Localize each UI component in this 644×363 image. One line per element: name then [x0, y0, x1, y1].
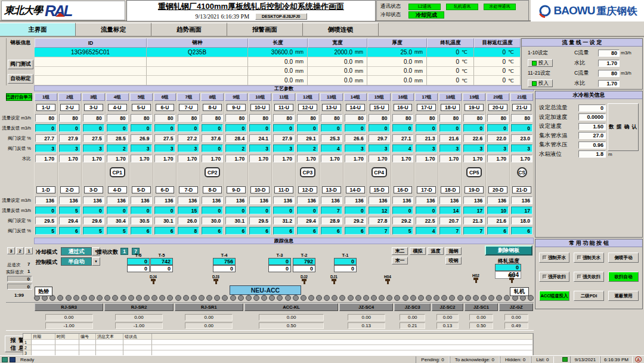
u-flow-setpoint-17[interactable]: 80 — [416, 114, 437, 122]
u-water-ratio-10[interactable]: 1.70 — [249, 155, 271, 162]
u-valve-setpoint-6[interactable]: 27.5 — [154, 134, 176, 142]
u-flow-setpoint-7[interactable]: 80 — [178, 114, 199, 122]
tab-5[interactable]: 侧喷连锁 — [303, 23, 379, 36]
d-valve-setpoint-11[interactable]: 31.2 — [273, 217, 295, 224]
function-button-1[interactable]: 强制开水 — [539, 253, 569, 263]
u-water-ratio-12[interactable]: 1.70 — [297, 155, 318, 162]
d-valve-setpoint-5[interactable]: 30.5 — [131, 217, 152, 224]
u-water-ratio-18[interactable]: 1.70 — [439, 155, 461, 162]
u-valve-setpoint-4[interactable]: 28.5 — [107, 134, 128, 142]
u-valve-setpoint-21[interactable]: 23.0 — [511, 134, 532, 142]
u-valve-setpoint-18[interactable]: 21.6 — [439, 134, 461, 142]
d-valve-setpoint-15[interactable]: 27.8 — [369, 217, 390, 224]
d-flow-setpoint-19[interactable]: 136 — [463, 196, 485, 204]
function-button-5[interactable]: 强关吹扫 — [574, 272, 604, 282]
u-water-ratio-1[interactable]: 1.70 — [35, 155, 57, 162]
u-valve-setpoint-8[interactable]: 37.6 — [202, 134, 223, 142]
d-valve-setpoint-6[interactable]: 30.1 — [154, 217, 176, 224]
u-flow-setpoint-18[interactable]: 80 — [439, 114, 461, 122]
water-field-value[interactable]: 27.0 — [578, 132, 606, 139]
d-valve-setpoint-12[interactable]: 29.4 — [297, 217, 318, 224]
tab-2[interactable]: 流量标定 — [76, 23, 151, 36]
d-valve-setpoint-21[interactable]: 18.0 — [511, 217, 532, 224]
c-flow-value-1[interactable]: 80 — [598, 50, 620, 57]
u-valve-setpoint-12[interactable]: 29.1 — [297, 134, 318, 142]
d-flow-setpoint-3[interactable]: 136 — [83, 196, 104, 204]
d-flow-setpoint-9[interactable]: 136 — [225, 196, 247, 204]
u-water-ratio-15[interactable]: 1.70 — [369, 155, 390, 162]
u-valve-setpoint-10[interactable]: 24.1 — [249, 134, 271, 142]
function-button-4[interactable]: 强开吹扫 — [539, 272, 569, 282]
u-water-ratio-19[interactable]: 1.70 — [463, 155, 485, 162]
u-flow-setpoint-19[interactable]: 80 — [463, 114, 485, 122]
track-button-4[interactable]: 抛钢 — [445, 247, 462, 255]
u-flow-setpoint-1[interactable]: 80 — [35, 114, 57, 122]
u-valve-setpoint-9[interactable]: 28.4 — [225, 134, 247, 142]
d-valve-setpoint-13[interactable]: 28.9 — [321, 217, 342, 224]
u-valve-setpoint-3[interactable]: 27.5 — [83, 134, 104, 142]
tab-3[interactable]: 趋势画面 — [151, 23, 227, 36]
engage-button-2[interactable]: 投入 — [528, 79, 553, 87]
u-valve-setpoint-19[interactable]: 22.6 — [463, 134, 485, 142]
d-valve-setpoint-3[interactable]: 29.6 — [83, 217, 104, 224]
engage-button-1[interactable]: 投入 — [528, 59, 553, 67]
function-button-6[interactable]: 吹扫自动 — [608, 272, 639, 282]
d-valve-setpoint-4[interactable]: 30.4 — [107, 217, 128, 224]
d-flow-setpoint-2[interactable]: 136 — [59, 196, 80, 204]
u-valve-setpoint-16[interactable]: 27.1 — [392, 134, 414, 142]
pass-button-3[interactable]: 3 — [7, 247, 15, 254]
d-flow-setpoint-1[interactable]: 136 — [35, 196, 57, 204]
d-flow-setpoint-18[interactable]: 136 — [439, 196, 461, 204]
d-flow-setpoint-4[interactable]: 136 — [107, 196, 128, 204]
d-flow-setpoint-14[interactable]: 136 — [345, 196, 366, 204]
u-water-ratio-5[interactable]: 1.70 — [131, 155, 152, 162]
water-ratio-value-2[interactable]: 1.70 — [598, 80, 620, 87]
water-field-value[interactable]: 1.50 — [578, 123, 606, 130]
d-valve-setpoint-2[interactable]: 29.4 — [59, 217, 80, 224]
water-field-value[interactable]: 1.8 — [578, 150, 606, 158]
water-field-value[interactable]: 0.96 — [578, 141, 606, 149]
u-flow-setpoint-15[interactable]: 80 — [369, 114, 390, 122]
u-valve-setpoint-14[interactable]: 26.6 — [345, 134, 366, 142]
u-valve-setpoint-13[interactable]: 25.3 — [321, 134, 342, 142]
delete-plate-button[interactable]: 删除钢板 — [485, 245, 532, 256]
u-flow-setpoint-13[interactable]: 80 — [321, 114, 342, 122]
hostname-button[interactable]: DESKTOP-EJ8JFJ0 — [255, 13, 306, 20]
u-water-ratio-9[interactable]: 1.70 — [225, 155, 247, 162]
d-flow-setpoint-15[interactable]: 136 — [369, 196, 390, 204]
u-flow-setpoint-20[interactable]: 80 — [487, 114, 509, 122]
track-button-3[interactable]: 温度 — [428, 247, 444, 255]
d-flow-setpoint-11[interactable]: 136 — [273, 196, 295, 204]
d-flow-setpoint-10[interactable]: 136 — [249, 196, 271, 204]
d-flow-setpoint-7[interactable]: 136 — [178, 196, 199, 204]
u-water-ratio-2[interactable]: 1.70 — [59, 155, 80, 162]
d-valve-setpoint-16[interactable]: 29.2 — [392, 217, 414, 224]
d-valve-setpoint-9[interactable]: 30.1 — [225, 217, 247, 224]
u-flow-setpoint-2[interactable]: 80 — [59, 114, 80, 122]
d-flow-setpoint-20[interactable]: 136 — [487, 196, 509, 204]
water-field-value[interactable]: 0 — [578, 104, 606, 112]
track-button-2[interactable]: 模拟 — [410, 247, 426, 255]
u-valve-setpoint-15[interactable]: 29.7 — [369, 134, 390, 142]
u-water-ratio-13[interactable]: 1.70 — [321, 155, 342, 162]
u-flow-setpoint-10[interactable]: 80 — [249, 114, 271, 122]
u-flow-setpoint-8[interactable]: 80 — [202, 114, 223, 122]
d-valve-setpoint-18[interactable]: 20.7 — [439, 217, 461, 224]
d-flow-setpoint-6[interactable]: 136 — [154, 196, 176, 204]
d-valve-setpoint-17[interactable]: 22.5 — [416, 217, 437, 224]
u-flow-setpoint-12[interactable]: 80 — [297, 114, 318, 122]
u-water-ratio-16[interactable]: 1.70 — [392, 155, 414, 162]
chevron-down-icon[interactable]: ▼ — [92, 257, 100, 266]
u-flow-setpoint-16[interactable]: 80 — [392, 114, 414, 122]
d-flow-setpoint-21[interactable]: 136 — [511, 196, 532, 204]
u-valve-setpoint-20[interactable]: 22.0 — [487, 134, 509, 142]
u-water-ratio-21[interactable]: 1.70 — [511, 155, 532, 162]
pass-button-2[interactable]: 2 — [16, 247, 24, 254]
u-flow-setpoint-11[interactable]: 80 — [273, 114, 295, 122]
d-flow-setpoint-16[interactable]: 136 — [392, 196, 414, 204]
u-flow-setpoint-4[interactable]: 80 — [107, 114, 128, 122]
d-valve-setpoint-10[interactable]: 29.5 — [249, 217, 271, 224]
d-flow-setpoint-5[interactable]: 136 — [131, 196, 152, 204]
track-button2-1[interactable]: 末一 — [392, 257, 408, 264]
u-water-ratio-3[interactable]: 1.70 — [83, 155, 104, 162]
